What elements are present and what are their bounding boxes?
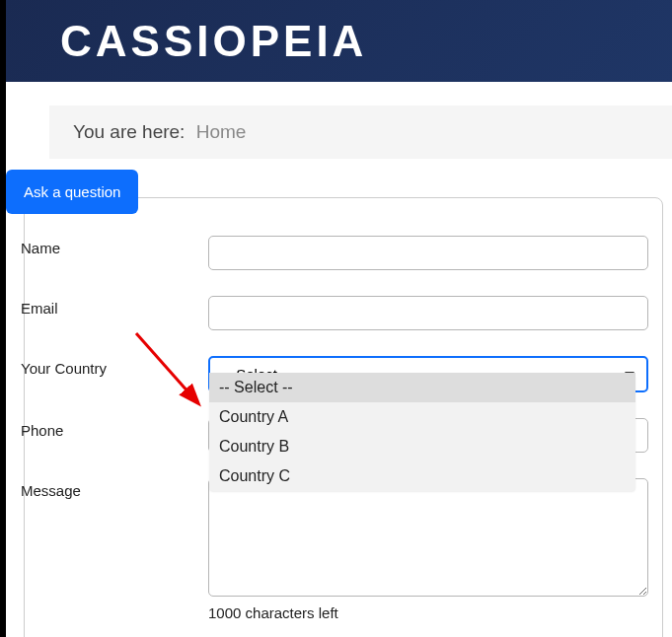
name-label: Name — [21, 236, 208, 256]
email-label: Email — [21, 296, 208, 317]
message-textarea[interactable] — [208, 478, 648, 597]
country-label: Your Country — [21, 356, 208, 377]
country-option[interactable]: Country B — [209, 432, 635, 461]
email-input[interactable] — [208, 296, 648, 330]
breadcrumb-home-link[interactable]: Home — [196, 121, 247, 142]
name-input[interactable] — [208, 236, 648, 270]
country-dropdown-listbox[interactable]: -- Select -- Country A Country B Country… — [209, 373, 635, 491]
message-label: Message — [21, 478, 208, 499]
phone-label: Phone — [21, 418, 208, 439]
site-logo: CASSIOPEIA — [60, 17, 367, 66]
breadcrumb: You are here: Home — [49, 106, 672, 159]
ask-question-button[interactable]: Ask a question — [6, 170, 138, 214]
country-option[interactable]: Country A — [209, 402, 635, 432]
window-edge — [0, 0, 6, 637]
country-option[interactable]: Country C — [209, 461, 635, 491]
site-header: CASSIOPEIA — [6, 0, 672, 82]
country-option[interactable]: -- Select -- — [209, 373, 635, 402]
characters-left: 1000 characters left — [208, 604, 648, 621]
breadcrumb-label: You are here: — [73, 121, 185, 142]
